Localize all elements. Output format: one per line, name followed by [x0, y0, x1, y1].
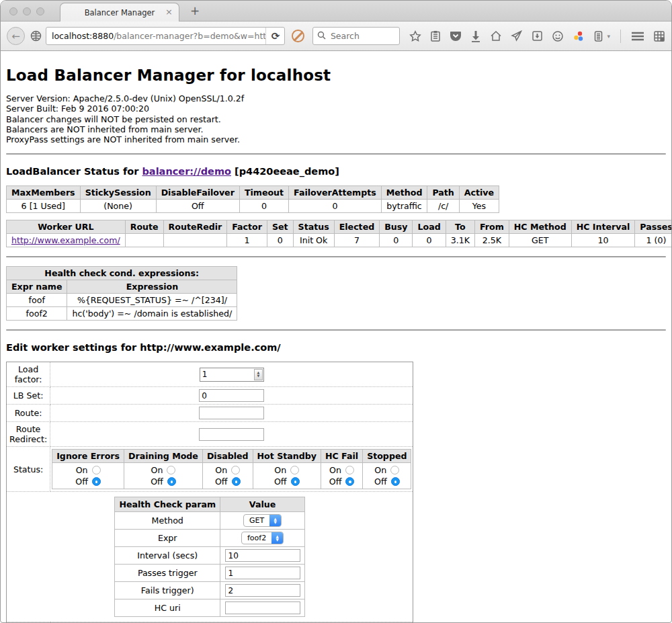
zoom-window-button[interactable]	[36, 7, 44, 15]
container-extension-icon[interactable]	[593, 30, 603, 42]
server-info: Server Version: Apache/2.5.0-dev (Unix) …	[6, 93, 666, 144]
expression-foof: %{REQUEST_STATUS} =~ /^[234]/	[67, 294, 237, 307]
draining-mode-radios: On Off	[124, 463, 203, 489]
load-factor-label: Load factor:	[7, 362, 50, 387]
hot-standby-on-radio[interactable]	[290, 466, 299, 474]
expr-table: Health check cond. expressions: Expr nam…	[6, 266, 237, 321]
status-heading-prefix: LoadBalancer Status for	[6, 166, 142, 177]
method-select-value: GET	[244, 516, 269, 525]
route-input[interactable]	[199, 407, 264, 419]
busy-value: 0	[380, 234, 413, 247]
col-worker-url: Worker URL	[7, 220, 126, 234]
reload-icon: ⟳	[271, 30, 280, 42]
expr-table-title: Health check cond. expressions:	[7, 267, 237, 280]
routeredir-value	[163, 234, 227, 247]
browser-window: Balancer Manager × + ← localhost:8880/ba…	[0, 0, 672, 623]
search-icon	[317, 30, 326, 42]
new-tab-button[interactable]: +	[190, 4, 200, 17]
balancer-status-row: 6 [1 Used] (None) Off 0 0 bytraffic /c/ …	[7, 200, 499, 213]
col-active: Active	[459, 186, 499, 200]
send-tab-icon[interactable]	[511, 30, 523, 42]
navigation-toolbar: ← localhost:8880/balancer-manager?b=demo…	[1, 22, 671, 51]
col-hc-value: Value	[220, 497, 305, 512]
col-stopped: Stopped	[363, 450, 411, 463]
on-label: On	[274, 464, 286, 476]
inherit-note-line: Balancers are NOT inherited from main se…	[6, 124, 666, 134]
lb-set-input[interactable]	[199, 389, 264, 402]
hot-standby-off-radio[interactable]	[291, 477, 300, 486]
hc-uri-input[interactable]	[225, 601, 300, 614]
ignore-errors-radios: On Off	[52, 463, 124, 489]
pocket-icon[interactable]	[450, 30, 462, 42]
number-stepper-icon[interactable]: ▲▼	[254, 369, 263, 380]
select-arrows-icon: ▲▼	[271, 532, 283, 544]
fails-input[interactable]	[225, 584, 300, 597]
off-label: Off	[215, 476, 228, 487]
balancer-demo-link[interactable]: balancer://demo	[142, 166, 231, 177]
health-check-row: Health Check param Value Method GET ▲▼	[7, 492, 413, 622]
search-bar[interactable]	[312, 27, 401, 45]
off-label: Off	[75, 476, 88, 487]
content-blocker-icon[interactable]	[292, 30, 304, 42]
on-label: On	[329, 464, 341, 476]
menu-hamburger-icon[interactable]	[631, 32, 644, 41]
passes-input[interactable]	[225, 567, 300, 579]
colorful-extension-icon[interactable]	[573, 30, 585, 42]
close-window-button[interactable]	[9, 7, 17, 15]
url-bar[interactable]: localhost:8880/balancer-manager?b=demo&w…	[46, 27, 285, 45]
hot-standby-radios: On Off	[253, 463, 321, 489]
route-redirect-row: Route Redirect:	[7, 422, 413, 447]
bookmark-star-icon[interactable]	[409, 30, 421, 42]
col-stickysession: StickySession	[80, 186, 156, 200]
elected-value: 7	[334, 234, 380, 247]
downloads-icon[interactable]	[470, 30, 481, 42]
hc-fail-radios: On Off	[321, 463, 362, 489]
route-redirect-input[interactable]	[199, 428, 264, 441]
proxypass-note-line: ProxyPass settings are NOT inherited fro…	[6, 134, 666, 144]
interval-input[interactable]	[225, 549, 300, 562]
col-from: From	[474, 220, 509, 234]
load-factor-field: ▲▼	[200, 368, 264, 382]
tiles-grid-icon[interactable]	[653, 30, 665, 42]
forum-smiley-icon[interactable]	[552, 30, 564, 42]
hc-fail-on-radio[interactable]	[345, 466, 354, 474]
save-page-icon[interactable]	[532, 30, 543, 42]
minimize-window-button[interactable]	[23, 7, 31, 15]
col-disablefailover: DisableFailover	[156, 186, 239, 200]
tab-close-icon[interactable]: ×	[165, 7, 173, 17]
expr-row: foof2 hc('body') =~ /domain is establish…	[7, 307, 237, 321]
disablefailover-value: Off	[156, 200, 239, 213]
worker-url-link[interactable]: http://www.example.com/	[11, 235, 120, 245]
server-built-line: Server Built: Feb 9 2016 07:00:20	[6, 103, 666, 114]
page-title: Load Balancer Manager for localhost	[6, 67, 666, 84]
reading-list-icon[interactable]	[430, 30, 441, 42]
col-passes: Passes	[635, 220, 672, 234]
stopped-on-radio[interactable]	[390, 466, 399, 474]
draining-mode-off-radio[interactable]	[167, 477, 176, 486]
overflow-caret-icon[interactable]: ▾	[607, 33, 610, 40]
ignore-errors-on-radio[interactable]	[92, 466, 101, 474]
site-identity-globe-icon[interactable]	[30, 30, 42, 42]
factor-value: 1	[227, 234, 267, 247]
disabled-on-radio[interactable]	[231, 466, 240, 474]
hc-fail-off-radio[interactable]	[345, 477, 354, 486]
method-select[interactable]: GET ▲▼	[243, 514, 282, 527]
col-expression: Expression	[67, 280, 237, 294]
passes-value: 1 (0)	[635, 234, 672, 247]
col-to: To	[446, 220, 474, 234]
expr-select[interactable]: foof2 ▲▼	[241, 532, 284, 544]
reload-button[interactable]: ⟳	[265, 28, 284, 44]
maxmembers-value: 6 [1 Used]	[7, 200, 81, 213]
disabled-off-radio[interactable]	[232, 477, 241, 486]
tab-balancer-manager[interactable]: Balancer Manager ×	[60, 3, 179, 22]
stopped-off-radio[interactable]	[391, 477, 400, 486]
load-factor-input[interactable]	[200, 370, 254, 379]
url-text[interactable]: localhost:8880/balancer-manager?b=demo&w…	[46, 31, 265, 41]
search-input[interactable]	[329, 30, 390, 42]
on-label: On	[151, 464, 163, 476]
lb-set-label: LB Set:	[7, 387, 50, 405]
ignore-errors-off-radio[interactable]	[92, 477, 101, 486]
home-icon[interactable]	[490, 30, 502, 42]
draining-mode-on-radio[interactable]	[167, 466, 175, 474]
back-button[interactable]: ←	[7, 27, 25, 45]
